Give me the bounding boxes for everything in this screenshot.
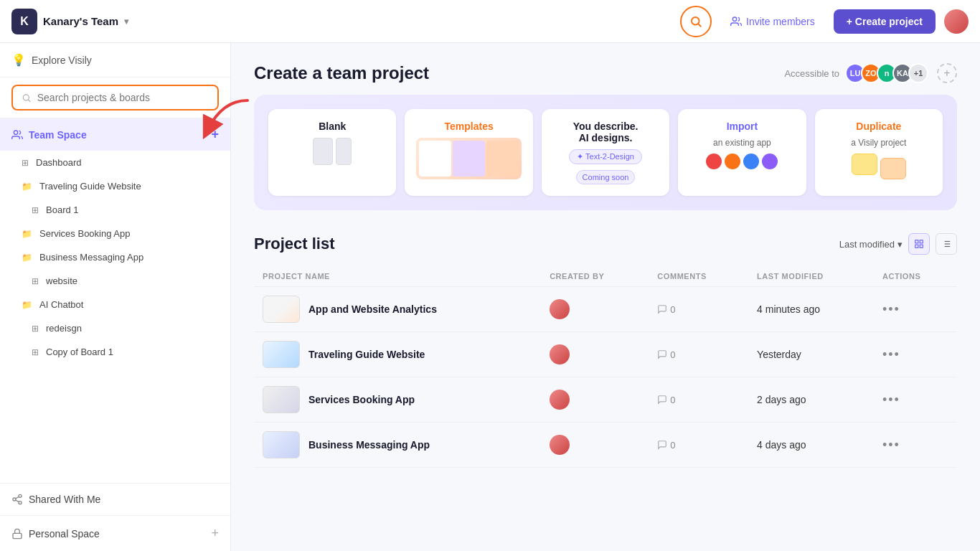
user-avatar[interactable] [944, 9, 969, 34]
search-box[interactable] [11, 85, 219, 110]
explore-visily-item[interactable]: 💡 Explore Visily [0, 43, 230, 77]
col-comments: COMMENTS [649, 266, 748, 287]
list-view-button[interactable] [936, 233, 957, 255]
option-blank[interactable]: Blank [268, 109, 396, 196]
accessible-to: Accessible to LU ZO n KA +1 + [784, 63, 957, 83]
sidebar-item-dashboard[interactable]: ⊞ Dashboard [0, 151, 230, 174]
sidebar-item-ai-chatbot[interactable]: 📁 AI Chatbot [0, 293, 230, 316]
svg-point-8 [19, 501, 22, 504]
folder-icon: 📁 [22, 253, 32, 263]
sidebar-item-website[interactable]: ⊞ website [0, 269, 230, 293]
option-blank-preview [313, 138, 352, 165]
project-name: Services Booking App [308, 394, 415, 405]
svg-point-5 [14, 131, 17, 134]
folder-icon: 📁 [22, 229, 32, 239]
lightbulb-icon: 💡 [11, 53, 26, 67]
col-actions: ACTIONS [874, 266, 957, 287]
add-personal-space-icon[interactable]: + [211, 526, 219, 541]
project-table: PROJECT NAME CREATED BY COMMENTS LAST MO… [254, 266, 957, 468]
sidebar-item-personal-space[interactable]: Personal Space + [0, 515, 230, 551]
logo-box: K [11, 9, 37, 34]
more-actions-button[interactable]: ••• [882, 392, 900, 408]
sidebar-bottom: Shared With Me Personal Space + [0, 483, 230, 551]
table-row: Traveling Guide Website 0 Yesterday ••• [254, 332, 957, 377]
board-icon: ⊞ [32, 324, 39, 334]
option-ai[interactable]: You describe. AI designs. ✦ Text-2-Desig… [542, 109, 669, 196]
svg-point-7 [13, 498, 16, 501]
create-project-title: Create a team project [254, 63, 429, 83]
team-logo[interactable]: K Kanary's Team ▾ [11, 9, 128, 34]
created-by-avatar [550, 344, 570, 364]
option-duplicate[interactable]: Duplicate a Visily project [815, 109, 943, 196]
project-list-header: Project list Last modified ▾ [254, 233, 957, 255]
project-options: Blank Templates You describe. [254, 95, 957, 210]
svg-rect-12 [915, 240, 918, 243]
col-last-modified: LAST MODIFIED [748, 266, 874, 287]
chevron-down-icon: ▾ [897, 239, 903, 250]
comment-count: 0 [657, 440, 740, 451]
project-thumb [263, 296, 300, 323]
svg-rect-11 [13, 533, 22, 538]
created-by-avatar [550, 299, 570, 319]
table-row: Business Messaging App 0 4 days ago ••• [254, 423, 957, 468]
option-import-title: Import [727, 121, 758, 132]
search-icon [22, 93, 32, 103]
sidebar-item-shared-with-me[interactable]: Shared With Me [0, 483, 230, 515]
comment-count: 0 [657, 395, 740, 405]
users-icon [11, 129, 23, 141]
search-container [0, 77, 230, 118]
coming-soon-badge: ✦ Text-2-Design [569, 149, 642, 164]
more-actions-button[interactable]: ••• [882, 347, 900, 362]
col-created-by: CREATED BY [541, 266, 649, 287]
project-name-cell: Services Booking App [263, 386, 532, 413]
sidebar-item-redeisgn[interactable]: ⊞ redeisgn [0, 316, 230, 340]
add-member-button[interactable]: + [937, 63, 957, 83]
option-templates[interactable]: Templates [405, 109, 532, 196]
project-name: Traveling Guide Website [308, 349, 425, 360]
sidebar-item-business-messaging[interactable]: 📁 Business Messaging App [0, 245, 230, 269]
option-duplicate-title: Duplicate [856, 121, 901, 132]
option-import[interactable]: Import an existing app [678, 109, 806, 196]
last-modified: 2 days ago [748, 377, 874, 423]
add-team-space-icon[interactable]: + [211, 127, 219, 142]
sidebar-item-board1[interactable]: ⊞ Board 1 [0, 198, 230, 222]
folder-icon: 📁 [22, 300, 32, 310]
search-input[interactable] [37, 92, 209, 103]
svg-rect-13 [920, 240, 923, 243]
sidebar-item-traveling-guide[interactable]: 📁 Traveling Guide Website [0, 174, 230, 198]
sidebar-item-copy-board1[interactable]: ⊞ Copy of Board 1 [0, 340, 230, 364]
team-space-header[interactable]: Team Space + [0, 118, 230, 151]
board-icon: ⊞ [32, 205, 39, 215]
sidebar-item-services[interactable]: 📁 Services Booking App [0, 222, 230, 245]
project-thumb [263, 341, 300, 368]
list-icon [941, 239, 951, 249]
project-name-cell: App and Website Analytics [263, 296, 532, 323]
sidebar: 💡 Explore Visily Team Space + [0, 43, 231, 551]
invite-members-button[interactable]: Invite members [720, 10, 825, 33]
option-duplicate-subtitle: a Visily project [851, 138, 906, 148]
board-icon: ⊞ [22, 158, 29, 168]
svg-rect-15 [915, 245, 918, 248]
folder-icon: 📁 [22, 182, 32, 192]
more-actions-button[interactable]: ••• [882, 302, 900, 317]
more-actions-button[interactable]: ••• [882, 438, 900, 453]
col-project-name: PROJECT NAME [254, 266, 541, 287]
avatar-plus: +1 [908, 63, 928, 83]
project-name: Business Messaging App [308, 439, 430, 451]
svg-point-3 [23, 94, 29, 100]
grid-view-button[interactable] [908, 233, 930, 255]
create-project-button[interactable]: + Create project [834, 9, 936, 34]
lock-icon [11, 528, 23, 540]
main-content: Create a team project Accessible to LU Z… [231, 43, 980, 551]
layout: 💡 Explore Visily Team Space + [0, 43, 980, 551]
share-icon [11, 494, 23, 505]
chevron-down-icon: ▾ [124, 17, 128, 27]
svg-line-10 [16, 496, 19, 499]
sort-button[interactable]: Last modified ▾ [839, 239, 903, 250]
option-import-subtitle: an existing app [713, 138, 771, 148]
last-modified: Yesterday [748, 332, 874, 377]
comment-count: 0 [657, 349, 740, 360]
grid-icon [914, 239, 924, 249]
option-duplicate-preview [852, 154, 906, 179]
search-button[interactable] [680, 6, 712, 37]
